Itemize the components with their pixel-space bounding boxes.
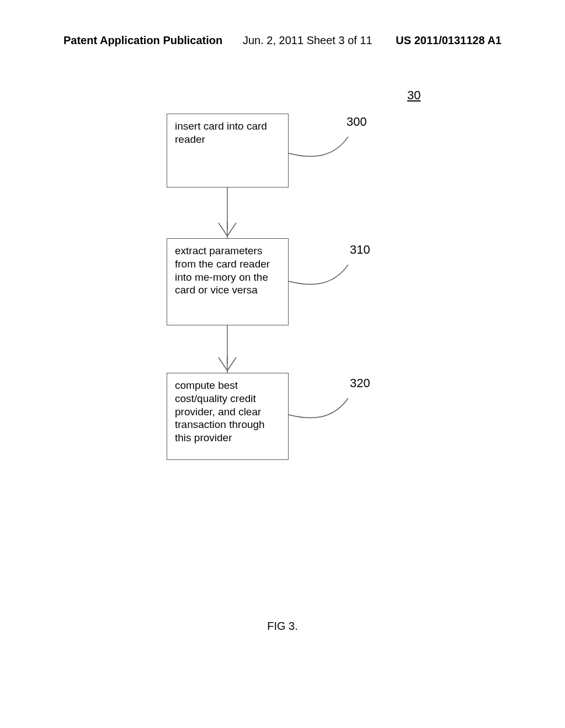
page: Patent Application Publication Jun. 2, 2… — [0, 0, 565, 728]
leader-line-320 — [289, 398, 355, 426]
flow-step-300: insert card into card reader — [167, 114, 289, 188]
svg-line-1 — [218, 223, 227, 236]
ref-label-300: 300 — [347, 115, 367, 129]
arrow-300-to-310 — [214, 188, 242, 238]
ref-label-320: 320 — [350, 376, 370, 390]
flow-step-320-text: compute best cost/quality credit provide… — [175, 379, 265, 443]
svg-line-2 — [227, 223, 236, 236]
svg-line-6 — [227, 357, 236, 371]
leader-line-310 — [289, 265, 355, 292]
ref-label-310: 310 — [350, 243, 370, 257]
svg-line-5 — [218, 357, 227, 371]
leader-line-300 — [289, 137, 355, 164]
figure-reference-label: 30 — [407, 88, 420, 103]
flow-step-310: extract parameters from the card reader … — [167, 238, 289, 325]
flow-step-300-text: insert card into card reader — [175, 120, 267, 145]
flow-step-310-text: extract parameters from the card reader … — [175, 245, 270, 296]
header-right: US 2011/0131128 A1 — [396, 34, 502, 47]
arrow-310-to-320 — [214, 325, 242, 373]
header-center: Jun. 2, 2011 Sheet 3 of 11 — [243, 34, 372, 47]
header-left: Patent Application Publication — [63, 34, 222, 47]
figure-caption: FIG 3. — [0, 620, 565, 633]
flow-step-320: compute best cost/quality credit provide… — [167, 373, 289, 460]
